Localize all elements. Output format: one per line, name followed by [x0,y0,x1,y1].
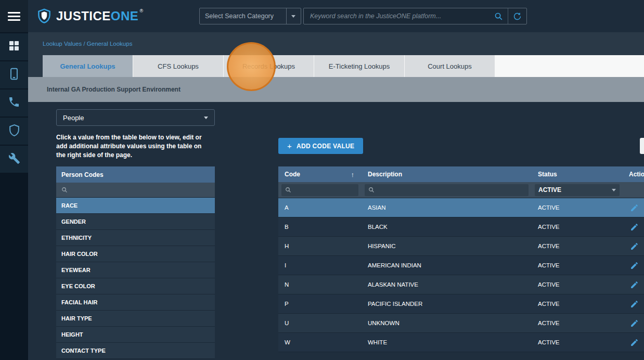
code-table-row[interactable]: UUNKNOWNACTIVE [278,314,644,333]
code-cell: W [278,339,362,345]
edit-button[interactable] [630,203,639,212]
top-bar: JUSTICEONE ® Select Search Category [28,0,644,32]
actions-cell [623,223,644,232]
edit-button[interactable] [630,319,639,328]
edit-button[interactable] [630,223,639,232]
tab-general-lookups[interactable]: General Lookups [43,55,133,77]
person-code-item[interactable]: EYE COLOR [56,278,215,294]
person-code-item[interactable]: HEIGHT [56,327,215,343]
actions-cell [623,261,644,270]
tab-cfs-lookups[interactable]: CFS Lookups [133,55,224,77]
edit-button[interactable] [630,300,639,308]
table-filter-row: ACTIVE [278,182,644,198]
actions-cell [623,319,644,328]
code-filter-input[interactable] [281,184,358,196]
content-top: Lookup Values / General Lookups General … [28,32,644,77]
person-code-item[interactable]: RACE [56,198,215,214]
person-code-item[interactable]: FACIAL HAIR [56,294,215,311]
category-select-value: People [63,114,84,122]
code-table-row[interactable]: PPACIFIC ISLANDERACTIVE [278,294,644,314]
search-button[interactable] [490,8,508,24]
code-table-row[interactable]: HHISPANICACTIVE [278,237,644,256]
edit-pencil-icon [630,203,639,212]
person-code-item[interactable]: CONTACT TYPE [56,343,215,359]
actions-cell [623,338,644,347]
breadcrumb[interactable]: Lookup Values / General Lookups [28,32,644,55]
code-cell: I [278,262,362,268]
right-panel: + ADD CODE VALUE Code ↑ Description Stat… [278,102,644,360]
refresh-search-button[interactable] [508,8,526,24]
code-cell: H [278,243,362,249]
description-cell: HISPANIC [362,243,532,249]
logo-registered-mark: ® [139,8,143,14]
code-table-row[interactable]: BBLACKACTIVE [278,217,644,237]
search-icon [368,187,375,193]
edit-pencil-icon [630,242,639,251]
mobile-device-icon [7,67,21,83]
status-filter-dropdown[interactable]: ACTIVE [535,184,620,196]
tab-eticketing-lookups[interactable]: E-Ticketing Lookups [314,55,405,77]
column-header-description[interactable]: Description [362,166,532,182]
edit-pencil-icon [630,223,639,232]
person-code-item[interactable]: HAIR TYPE [56,311,215,327]
sidebar-item-tools[interactable] [0,146,28,173]
search-icon [61,187,68,193]
left-panel: People Click a value from the table belo… [56,109,215,359]
sidebar-item-phone[interactable] [0,89,28,117]
description-cell: WHITE [362,339,532,345]
description-filter-input[interactable] [365,184,529,196]
add-code-value-button[interactable]: + ADD CODE VALUE [278,138,363,154]
sidebar-item-mobile[interactable] [0,61,28,88]
tab-records-lookups[interactable]: Records Lookups [224,55,314,77]
code-values-table: Code ↑ Description Status Actions [278,166,644,352]
sort-ascending-icon: ↑ [351,171,355,178]
status-cell: ACTIVE [532,339,623,345]
edit-pencil-icon [630,338,639,347]
person-codes-filter[interactable] [56,183,215,198]
column-header-code[interactable]: Code ↑ [278,166,362,182]
edit-pencil-icon [630,300,639,308]
workspace: People Click a value from the table belo… [28,102,644,360]
keyword-search-input[interactable] [304,12,490,20]
justiceone-logo: JUSTICEONE ® [36,0,143,32]
tab-court-lookups[interactable]: Court Lookups [405,55,495,77]
status-cell: ACTIVE [532,262,623,268]
clipped-right-button[interactable] [640,138,644,154]
status-cell: ACTIVE [532,320,623,326]
edit-pencil-icon [630,280,639,289]
person-code-item[interactable]: EYEWEAR [56,262,215,278]
description-cell: PACIFIC ISLANDER [362,301,532,307]
person-code-item[interactable]: HAIR COLOR [56,246,215,262]
actions-cell [623,203,644,212]
person-codes-list: RACEGENDERETHNICITYHAIR COLOREYEWEAREYE … [56,198,215,359]
person-code-item[interactable]: ETHNICITY [56,230,215,246]
person-codes-table: Person Codes RACEGENDERETHNICITYHAIR COL… [56,166,215,359]
lookup-tabs: General Lookups CFS Lookups Records Look… [43,55,644,77]
search-category-dropdown[interactable]: Select Search Category [199,8,301,24]
category-select[interactable]: People [56,109,215,126]
code-table-row[interactable]: WWHITEACTIVE [278,333,644,352]
global-search-box [303,8,527,24]
person-code-item[interactable]: GENDER [56,214,215,230]
edit-pencil-icon [630,319,639,328]
sidebar-item-menu[interactable] [0,0,28,32]
status-cell: ACTIVE [532,224,623,230]
edit-button[interactable] [630,261,639,270]
column-header-status[interactable]: Status [532,166,623,182]
refresh-icon [513,12,522,21]
code-table-row[interactable]: AASIANACTIVE [278,198,644,217]
status-filter-value: ACTIVE [538,186,561,194]
edit-button[interactable] [630,338,639,347]
sidebar-item-shield[interactable] [0,118,28,145]
code-table-row[interactable]: IAMERICAN INDIANACTIVE [278,256,644,275]
actions-cell [623,300,644,308]
description-cell: ALASKAN NATIVE [362,281,532,288]
edit-pencil-icon [630,261,639,270]
edit-button[interactable] [630,242,639,251]
chevron-down-icon [204,117,208,119]
actions-cell [623,280,644,289]
edit-button[interactable] [630,280,639,289]
code-table-row[interactable]: NALASKAN NATIVEACTIVE [278,275,644,294]
instructions-text: Click a value from the table below to vi… [56,133,212,160]
sidebar-item-dashboard[interactable] [0,33,28,60]
